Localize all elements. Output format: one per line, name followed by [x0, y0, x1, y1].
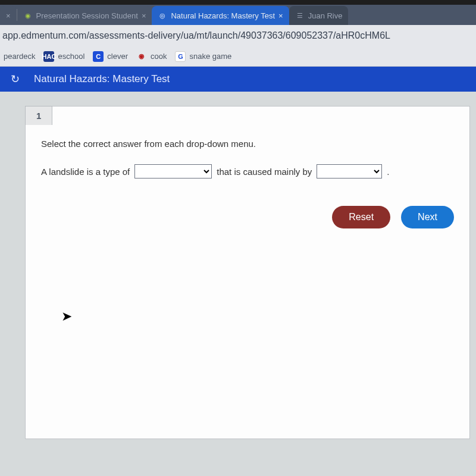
tab-partial-left[interactable]: ×	[0, 6, 17, 25]
peardeck-icon: ◉	[23, 11, 33, 20]
refresh-icon[interactable]: ↻	[11, 73, 20, 86]
browser-top-edge	[0, 0, 476, 5]
app-header: ↻ Natural Hazards: Mastery Test	[0, 67, 476, 92]
question-sentence: A landslide is a type of that is caused …	[41, 164, 454, 178]
bookmark-peardeck[interactable]: peardeck	[4, 52, 35, 61]
bookmark-eschool[interactable]: HAC eschool	[43, 51, 84, 62]
reset-button[interactable]: Reset	[332, 206, 390, 228]
list-icon: ☰	[295, 11, 305, 20]
url-text: app.edmentum.com/assessments-delivery/ua…	[2, 30, 390, 41]
question-number-tab[interactable]: 1	[25, 106, 52, 125]
bookmark-label: clever	[107, 52, 128, 61]
instruction-text: Select the correct answer from each drop…	[41, 139, 454, 149]
page-title: Natural Hazards: Mastery Test	[34, 73, 170, 85]
cook-icon: ◉	[136, 51, 147, 62]
question-body: Select the correct answer from each drop…	[26, 126, 469, 192]
clever-icon: C	[93, 51, 104, 62]
tab-strip: × ◉ Presentation Session Student × ◎ Nat…	[0, 5, 476, 25]
dropdown-cause[interactable]	[317, 164, 382, 178]
dropdown-type[interactable]	[134, 164, 212, 178]
hac-icon: HAC	[43, 51, 54, 62]
tab-close[interactable]: ×	[142, 11, 146, 20]
google-icon: G	[175, 51, 186, 62]
next-button[interactable]: Next	[401, 206, 454, 228]
tab-label: Juan Rive	[308, 11, 343, 20]
tab-presentation[interactable]: ◉ Presentation Session Student ×	[17, 6, 152, 25]
tab-active[interactable]: ◎ Natural Hazards: Mastery Test ×	[152, 6, 289, 25]
content-area: 1 Select the correct answer from each dr…	[0, 92, 476, 476]
sentence-period: .	[387, 167, 389, 177]
edmentum-icon: ◎	[158, 11, 167, 20]
sentence-part1: A landslide is a type of	[41, 167, 130, 177]
cursor-icon: ➤	[61, 309, 72, 324]
bookmark-snake[interactable]: G snake game	[175, 51, 231, 62]
bookmark-label: cook	[151, 52, 167, 61]
bookmark-label: peardeck	[4, 52, 35, 61]
tab-right[interactable]: ☰ Juan Rive	[289, 6, 349, 25]
bookmark-label: eschool	[58, 52, 84, 61]
sentence-part2: that is caused mainly by	[217, 167, 312, 177]
bookmark-clever[interactable]: C clever	[93, 51, 128, 62]
tab-label: Natural Hazards: Mastery Test	[171, 11, 275, 20]
bookmark-cook[interactable]: ◉ cook	[136, 51, 167, 62]
question-card: 1 Select the correct answer from each dr…	[25, 106, 470, 439]
tab-label: Presentation Session Student	[36, 11, 138, 20]
address-bar[interactable]: app.edmentum.com/assessments-delivery/ua…	[0, 25, 476, 46]
tab-close[interactable]: ×	[278, 11, 283, 20]
button-row: Reset Next	[26, 192, 469, 228]
bookmarks-bar: peardeck HAC eschool C clever ◉ cook G s…	[0, 46, 476, 67]
bookmark-label: snake game	[189, 52, 231, 61]
tab-close[interactable]: ×	[6, 11, 11, 20]
